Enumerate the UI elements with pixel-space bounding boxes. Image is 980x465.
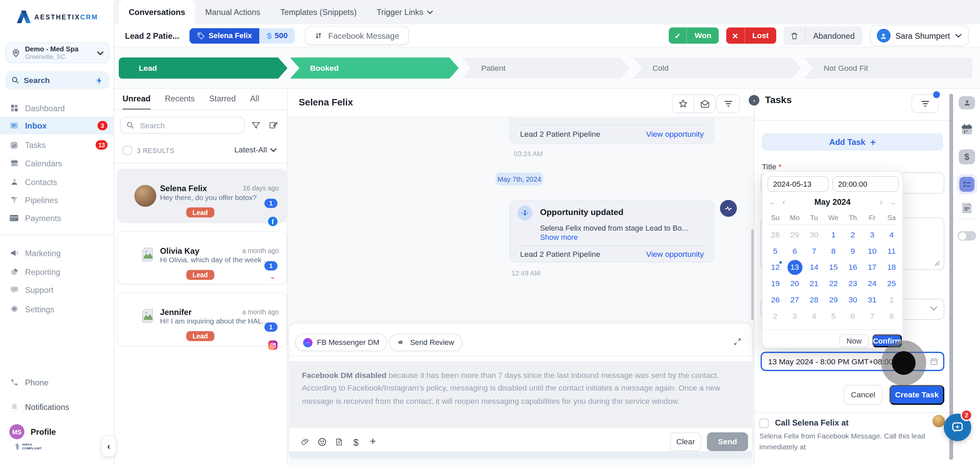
calendar-day[interactable]: 24 xyxy=(862,276,882,292)
sidebar-item-profile[interactable]: MS Profile xyxy=(0,423,115,440)
lost-button[interactable]: ✕ Lost xyxy=(727,27,776,44)
chat-scrollbar[interactable] xyxy=(751,229,754,320)
calendar-day[interactable]: 1 xyxy=(824,227,843,243)
notes-rail-icon[interactable] xyxy=(960,201,974,215)
compose-icon[interactable] xyxy=(269,121,278,130)
sidebar-item-contacts[interactable]: Contacts xyxy=(0,174,115,189)
view-opportunity-link[interactable]: View opportunity xyxy=(646,250,704,259)
calendar-day[interactable]: 26 xyxy=(765,292,785,308)
calendar-day[interactable]: 10 xyxy=(862,243,882,259)
calendar-day[interactable]: 22 xyxy=(824,276,843,292)
conversation-item-selena[interactable]: Selena Felix 16 days ago Hey there, do y… xyxy=(117,169,287,223)
contact-rail-icon[interactable] xyxy=(959,96,975,110)
show-more-link[interactable]: Show more xyxy=(540,233,578,242)
time-input[interactable] xyxy=(832,176,899,192)
cancel-button[interactable]: Cancel xyxy=(844,385,883,405)
payments-rail-icon[interactable]: $ xyxy=(959,149,975,164)
conv-tab-starred[interactable]: Starred xyxy=(209,94,235,110)
sidebar-item-tasks[interactable]: Tasks 13 xyxy=(0,137,115,152)
calendar-day[interactable]: 19 xyxy=(765,276,785,292)
send-button[interactable]: Send xyxy=(707,432,748,451)
contact-tag-group[interactable]: Selena Felix $ 500 xyxy=(189,28,295,44)
expand-composer-icon[interactable] xyxy=(733,338,742,346)
stage-cold[interactable]: Cold xyxy=(633,57,801,79)
calendar-day[interactable]: 29 xyxy=(785,227,804,243)
stage-booked[interactable]: Booked xyxy=(290,57,459,79)
conversation-item-olivia[interactable]: Olivia Kay a month ago Hi Olivia, which … xyxy=(117,231,287,284)
calendar-day[interactable]: 4 xyxy=(882,227,901,243)
sidebar-item-notifications[interactable]: Notifications xyxy=(0,399,115,414)
channel-fb-messenger[interactable]: FB Messenger DM xyxy=(295,334,388,351)
calendar-day[interactable]: 17 xyxy=(862,259,882,276)
calendar-day[interactable]: 30 xyxy=(804,227,824,243)
emoji-icon[interactable] xyxy=(318,436,327,447)
add-task-button[interactable]: Add Task + xyxy=(762,133,943,150)
calendar-day[interactable]: 2 xyxy=(843,227,862,243)
sort-dropdown[interactable]: Latest-All xyxy=(234,146,277,154)
calendar-day[interactable]: 16 xyxy=(843,259,862,276)
sidebar-item-payments[interactable]: Payments xyxy=(0,211,115,225)
calendar-day[interactable]: 5 xyxy=(824,308,843,324)
filter-funnel-icon[interactable] xyxy=(251,121,261,130)
stage-lead[interactable]: Lead xyxy=(119,57,288,79)
sidebar-item-pipelines[interactable]: Pipelines xyxy=(0,192,115,208)
task-checkbox[interactable] xyxy=(759,419,769,428)
sidebar-item-marketing[interactable]: Marketing xyxy=(0,246,115,260)
next-year-icon[interactable]: → xyxy=(889,198,896,207)
window-scrollbar[interactable] xyxy=(950,94,953,460)
calendar-day[interactable]: 5 xyxy=(765,243,785,259)
task-item-title[interactable]: Call Selena Felix at xyxy=(775,418,849,428)
abandoned-button[interactable]: Abandoned xyxy=(784,26,862,45)
tab-trigger-links[interactable]: Trigger Links xyxy=(366,0,443,24)
conv-tab-all[interactable]: All xyxy=(250,94,259,110)
tab-manual-actions[interactable]: Manual Actions xyxy=(195,0,270,24)
view-opportunity-link[interactable]: View opportunity xyxy=(646,130,704,139)
calendar-day[interactable]: 6 xyxy=(843,308,862,324)
template-doc-icon[interactable] xyxy=(334,436,344,447)
attachment-icon[interactable] xyxy=(301,436,310,447)
calendar-day[interactable]: 6 xyxy=(785,243,804,259)
stage-patient[interactable]: Patient xyxy=(461,57,630,79)
calendar-day[interactable]: 23 xyxy=(843,276,862,292)
calendar-day[interactable]: 3 xyxy=(785,308,804,324)
calendar-day[interactable]: 30 xyxy=(843,292,862,308)
calendar-day[interactable]: 14 xyxy=(804,259,824,276)
conversation-item-jennifer[interactable]: Jennifer a month ago Hi! I am inquiring … xyxy=(117,292,287,346)
tasks-rail-icon-active[interactable] xyxy=(957,174,977,194)
location-selector[interactable]: Demo - Med Spa Greenville, SC xyxy=(6,43,110,63)
next-month-icon[interactable]: › xyxy=(880,198,882,207)
conversation-search[interactable] xyxy=(120,117,245,134)
calendar-day[interactable]: 18 xyxy=(882,259,901,276)
calendar-day[interactable]: 4 xyxy=(804,308,824,324)
create-task-button[interactable]: Create Task xyxy=(889,385,945,405)
calendar-day[interactable]: 7 xyxy=(804,243,824,259)
clear-button[interactable]: Clear xyxy=(670,432,701,451)
mark-unread-button[interactable] xyxy=(694,95,715,112)
panel-toggle-switch[interactable] xyxy=(958,231,976,241)
calendar-day[interactable]: 9 xyxy=(843,243,862,259)
sidebar-item-dashboard[interactable]: Dashboard xyxy=(0,101,115,116)
tab-templates-snippets[interactable]: Templates (Snippets) xyxy=(270,0,366,24)
calendar-day[interactable]: 15 xyxy=(824,259,843,276)
assigned-user-select[interactable]: Sara Shumpert xyxy=(870,25,969,46)
calendar-day[interactable]: 8 xyxy=(824,243,843,259)
channel-select[interactable]: Facebook Message xyxy=(305,26,409,45)
panel-collapse-icon[interactable]: › xyxy=(749,95,759,105)
won-button[interactable]: ✓ Won xyxy=(669,27,719,44)
chat-filter-button[interactable] xyxy=(716,94,740,113)
payment-request-icon[interactable]: $ xyxy=(351,436,361,447)
resize-handle[interactable] xyxy=(934,260,940,267)
sidebar-item-calendars[interactable]: Calendars xyxy=(0,156,115,170)
now-button[interactable]: Now xyxy=(840,334,869,348)
sidebar-item-phone[interactable]: Phone xyxy=(0,375,115,390)
sidebar-item-inbox[interactable]: Inbox 3 xyxy=(0,117,115,134)
sidebar-item-settings[interactable]: Settings xyxy=(0,302,115,317)
tab-conversations[interactable]: Conversations xyxy=(119,0,195,24)
calendar-day[interactable]: 13 xyxy=(785,259,804,276)
calendar-day[interactable]: 7 xyxy=(862,308,882,324)
calendar-day[interactable]: 27 xyxy=(785,292,804,308)
calendar-day[interactable]: 21 xyxy=(804,276,824,292)
select-all-checkbox[interactable] xyxy=(123,146,132,155)
calendar-day[interactable]: 31 xyxy=(862,292,882,308)
global-search[interactable]: Search xyxy=(6,71,110,89)
